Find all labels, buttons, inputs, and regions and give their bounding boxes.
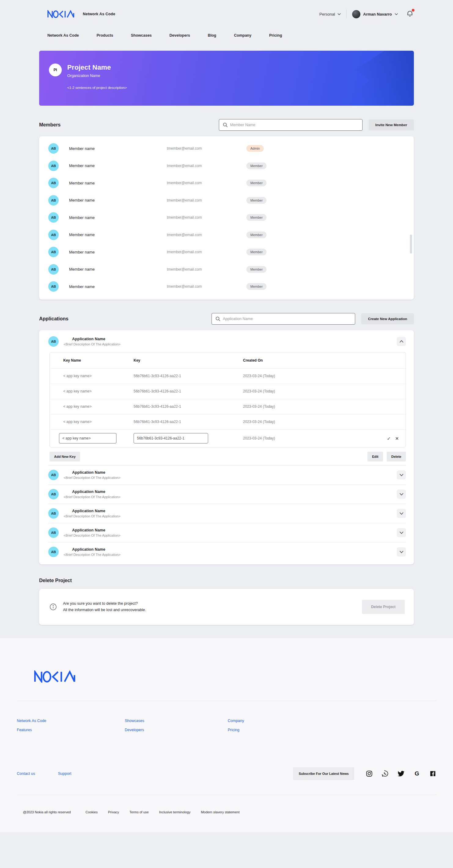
expand-application-button[interactable] bbox=[397, 547, 406, 556]
key-row: < app key name>56b76b61-3c93-4126-aa22-1… bbox=[50, 399, 406, 414]
application-avatar: AB bbox=[48, 489, 59, 499]
nav-item-pricing[interactable]: Pricing bbox=[269, 33, 282, 37]
cancel-key-button[interactable]: ✕ bbox=[395, 436, 399, 441]
legal-link-privacy[interactable]: Privacy bbox=[108, 810, 119, 814]
delete-project-button[interactable]: Delete Project bbox=[362, 600, 405, 614]
notifications-button[interactable] bbox=[406, 10, 413, 18]
facebook-icon[interactable] bbox=[429, 770, 436, 777]
key-created-on: 2023-03-24 (Today) bbox=[243, 404, 275, 409]
member-email: tmember@email.com bbox=[167, 233, 246, 237]
member-row[interactable]: ABMember nametmember@email.comMember bbox=[48, 261, 406, 278]
delete-project-heading: Delete Project bbox=[39, 578, 72, 583]
expand-application-button[interactable] bbox=[397, 470, 406, 479]
role-badge: Member bbox=[246, 180, 266, 186]
application-row-expanded[interactable]: AB Application Name <Brief Description O… bbox=[48, 332, 406, 351]
application-row-collapsed[interactable]: ABApplication Name<Brief Description Of … bbox=[48, 465, 406, 485]
application-row-collapsed[interactable]: ABApplication Name<Brief Description Of … bbox=[48, 523, 406, 542]
search-icon bbox=[223, 122, 228, 127]
user-menu[interactable]: Arman Navarro bbox=[352, 10, 398, 18]
chevron-down-icon bbox=[337, 13, 341, 15]
nav-item-products[interactable]: Products bbox=[96, 33, 113, 37]
application-description: <Brief Description Of The Application> bbox=[63, 476, 120, 479]
invite-new-member-button[interactable]: Invite New Member bbox=[369, 119, 414, 130]
members-scrollbar[interactable] bbox=[410, 235, 412, 253]
nav-item-company[interactable]: Company bbox=[234, 33, 252, 37]
delete-application-button[interactable]: Delete bbox=[387, 452, 406, 462]
legal-link-cookies[interactable]: Cookies bbox=[86, 810, 98, 814]
key-value: 56b76b61-3c93-4126-aa22-1 bbox=[134, 374, 243, 378]
user-avatar bbox=[352, 10, 360, 18]
keys-table-header: Key Name Key Created On bbox=[50, 352, 406, 368]
footer-link-pricing[interactable]: Pricing bbox=[228, 728, 244, 732]
chevron-down-icon bbox=[399, 551, 403, 553]
applications-heading: Applications bbox=[39, 316, 68, 321]
key-name-input[interactable] bbox=[59, 433, 116, 443]
footer-link-network-as-code[interactable]: Network As Code bbox=[17, 719, 125, 723]
member-name: Member name bbox=[69, 215, 167, 220]
application-search-input[interactable] bbox=[223, 317, 351, 321]
nokia-logo bbox=[47, 10, 74, 18]
member-name: Member name bbox=[69, 163, 167, 168]
member-row[interactable]: ABMember nametmember@email.comMember bbox=[48, 278, 406, 295]
member-email: tmember@email.com bbox=[167, 215, 246, 220]
expand-application-button[interactable] bbox=[397, 528, 406, 537]
chevron-down-icon bbox=[399, 493, 403, 495]
footer-link-features[interactable]: Features bbox=[17, 728, 125, 732]
nav-item-network-as-code[interactable]: Network As Code bbox=[47, 33, 79, 37]
footer-link-developers[interactable]: Developers bbox=[125, 728, 228, 732]
member-search-input[interactable] bbox=[230, 123, 359, 127]
footer-link-showcases[interactable]: Showcases bbox=[125, 719, 228, 723]
legal-link-terms-of-use[interactable]: Terms of use bbox=[130, 810, 149, 814]
edit-application-button[interactable]: Edit bbox=[367, 452, 383, 462]
key-value-input[interactable] bbox=[134, 433, 208, 443]
member-row[interactable]: ABMember nametmember@email.comMember bbox=[48, 226, 406, 244]
member-row[interactable]: ABMember nametmember@email.comMember bbox=[48, 175, 406, 192]
application-row-collapsed[interactable]: ABApplication Name<Brief Description Of … bbox=[48, 542, 406, 561]
application-row-collapsed[interactable]: ABApplication Name<Brief Description Of … bbox=[48, 504, 406, 523]
legal-link-modern-slavery-statement[interactable]: Modern slavery statement bbox=[201, 810, 239, 814]
member-row[interactable]: ABMember nametmember@email.comMember bbox=[48, 157, 406, 175]
add-new-key-button[interactable]: Add New Key bbox=[50, 452, 80, 462]
member-name: Member name bbox=[69, 267, 167, 272]
subscribe-button[interactable]: Subscribe For Our Latest News bbox=[293, 767, 354, 780]
application-avatar: AB bbox=[48, 508, 59, 519]
member-row[interactable]: ABMember nametmember@email.comMember bbox=[48, 192, 406, 209]
whatsapp-icon[interactable] bbox=[382, 770, 389, 777]
application-row-collapsed[interactable]: ABApplication Name<Brief Description Of … bbox=[48, 485, 406, 504]
footer-link-company[interactable]: Company bbox=[228, 719, 244, 723]
google-icon[interactable]: G bbox=[414, 770, 420, 777]
instagram-icon[interactable] bbox=[366, 770, 373, 777]
member-name: Member name bbox=[69, 181, 167, 185]
twitter-icon[interactable] bbox=[398, 770, 404, 777]
nokia-footer-logo bbox=[32, 671, 77, 683]
legal-link-inclusive-terminology[interactable]: Inclusive terminology bbox=[159, 810, 191, 814]
nav-item-developers[interactable]: Developers bbox=[169, 33, 190, 37]
create-new-application-button[interactable]: Create New Application bbox=[361, 313, 414, 324]
col-key-name: Key Name bbox=[63, 358, 134, 363]
social-icons: G bbox=[366, 770, 436, 777]
chevron-down-icon bbox=[399, 531, 403, 534]
member-email: tmember@email.com bbox=[167, 198, 246, 203]
member-avatar: AB bbox=[48, 195, 59, 206]
key-name: < app key name> bbox=[63, 389, 134, 393]
collapse-application-button[interactable] bbox=[397, 337, 406, 346]
member-row[interactable]: ABMember nametmember@email.comMember bbox=[48, 243, 406, 261]
legal-links: CookiesPrivacyTerms of useInclusive term… bbox=[86, 810, 250, 814]
nav-item-blog[interactable]: Blog bbox=[208, 33, 217, 37]
workspace-selector[interactable]: Personal bbox=[319, 12, 341, 17]
confirm-key-button[interactable]: ✓ bbox=[387, 436, 391, 441]
member-row[interactable]: ABMember nametmember@email.comMember bbox=[48, 209, 406, 226]
member-avatar: AB bbox=[48, 212, 59, 223]
expand-application-button[interactable] bbox=[397, 509, 406, 518]
members-card: ABMember nametmember@email.comAdminABMem… bbox=[39, 136, 414, 300]
member-name: Member name bbox=[69, 198, 167, 203]
member-row[interactable]: ABMember nametmember@email.comAdmin bbox=[48, 140, 406, 157]
footer-link-support[interactable]: Support bbox=[58, 772, 72, 776]
key-name: < app key name> bbox=[63, 374, 134, 378]
expand-application-button[interactable] bbox=[397, 490, 406, 499]
members-section-header: Members Invite New Member bbox=[39, 119, 414, 131]
footer-link-contact-us[interactable]: Contact us bbox=[17, 772, 35, 776]
nav-item-showcases[interactable]: Showcases bbox=[131, 33, 151, 37]
member-email: tmember@email.com bbox=[167, 181, 246, 185]
key-created-on: 2023-03-24 (Today) bbox=[243, 420, 275, 424]
